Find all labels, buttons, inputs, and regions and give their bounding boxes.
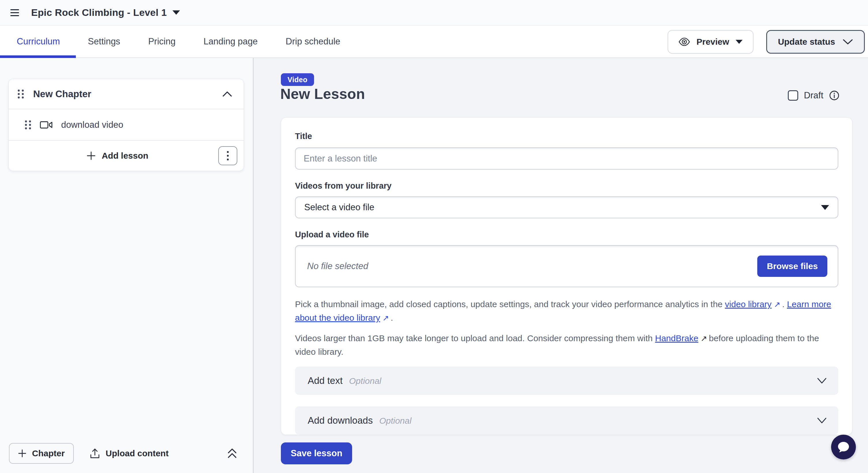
title-field-label: Title	[295, 131, 838, 141]
file-dropzone[interactable]: No file selected Browse files	[295, 245, 838, 287]
upload-field-label: Upload a video file	[295, 230, 838, 240]
add-text-section[interactable]: Add text Optional	[295, 367, 838, 395]
draft-toggle-group: Draft	[788, 90, 839, 101]
tab-landing-page[interactable]: Landing page	[204, 36, 258, 47]
select-caret-icon	[821, 205, 829, 210]
video-file-select-value: Select a video file	[304, 202, 374, 213]
tab-list: Curriculum Settings Pricing Landing page…	[0, 36, 340, 47]
hamburger-menu-icon[interactable]	[10, 9, 19, 17]
video-library-link[interactable]: video library	[725, 299, 772, 309]
save-lesson-button[interactable]: Save lesson	[281, 442, 352, 464]
optional-label: Optional	[379, 416, 411, 425]
video-library-help-text: Pick a thumbnail image, add closed capti…	[295, 297, 838, 325]
chapter-title[interactable]: New Chapter	[33, 89, 91, 99]
no-file-text: No file selected	[307, 261, 368, 272]
active-tab-underline	[0, 55, 76, 58]
plus-icon	[87, 151, 95, 160]
curriculum-sidebar: New Chapter	[0, 58, 253, 473]
tab-settings[interactable]: Settings	[88, 36, 120, 47]
update-status-button[interactable]: Update status	[766, 30, 865, 54]
lesson-form-card: Title Videos from your library Select a …	[281, 117, 852, 435]
chapter-header-row[interactable]: New Chapter	[9, 79, 244, 109]
add-chapter-button[interactable]: Chapter	[9, 443, 74, 464]
add-lesson-row: Add lesson	[9, 141, 244, 171]
plus-icon	[18, 449, 26, 458]
tab-bar-actions: Preview Update status	[668, 26, 865, 58]
tab-bar: Curriculum Settings Pricing Landing page…	[0, 26, 868, 58]
chapter-collapse-chevron-icon[interactable]	[222, 91, 232, 97]
update-status-label: Update status	[778, 37, 835, 47]
tab-drip-schedule[interactable]: Drip schedule	[286, 36, 341, 47]
compression-help-text: Videos larger than 1GB may take longer t…	[295, 332, 838, 358]
draft-checkbox[interactable]	[788, 90, 798, 101]
tab-curriculum[interactable]: Curriculum	[17, 36, 60, 47]
chapter-card: New Chapter	[8, 79, 244, 171]
upload-icon	[90, 448, 100, 459]
browse-files-button[interactable]: Browse files	[757, 256, 827, 277]
add-downloads-label: Add downloads	[308, 415, 373, 426]
draft-label: Draft	[804, 90, 823, 101]
chat-bubble-icon	[837, 441, 850, 453]
preview-button-label: Preview	[696, 37, 729, 47]
optional-label: Optional	[349, 376, 381, 386]
add-lesson-button[interactable]: Add lesson	[87, 151, 149, 161]
preview-button[interactable]: Preview	[668, 30, 753, 54]
chevron-down-icon	[843, 39, 853, 45]
lesson-editor-main: Video New Lesson Draft Title Videos from…	[254, 58, 868, 473]
handbrake-link[interactable]: HandBrake	[655, 334, 699, 343]
page-title: New Lesson	[280, 86, 365, 102]
collapse-all-chevrons-icon[interactable]	[227, 448, 237, 459]
kebab-icon	[227, 151, 229, 161]
add-text-title-group: Add text Optional	[308, 375, 381, 386]
lesson-type-badge: Video	[281, 73, 314, 86]
help-text-segment: Videos larger than 1GB may take longer t…	[295, 334, 655, 343]
external-link-icon: ↗	[774, 300, 781, 309]
drag-handle-icon[interactable]	[17, 88, 25, 100]
help-text-segment: .	[782, 299, 787, 309]
lesson-title-input[interactable]	[295, 147, 838, 169]
lesson-row-download-video[interactable]: download video	[9, 109, 244, 140]
add-chapter-label: Chapter	[32, 448, 65, 458]
add-downloads-title-group: Add downloads Optional	[308, 415, 411, 426]
external-link-icon: ↗	[382, 314, 389, 322]
help-text-segment: Pick a thumbnail image, add closed capti…	[295, 299, 725, 309]
video-camera-icon	[40, 121, 53, 129]
tab-pricing[interactable]: Pricing	[148, 36, 176, 47]
drag-handle-icon[interactable]	[24, 119, 32, 131]
chevron-down-icon	[817, 417, 827, 424]
add-downloads-section[interactable]: Add downloads Optional	[295, 406, 838, 435]
sidebar-footer: Chapter Upload content	[9, 443, 237, 464]
upload-content-button[interactable]: Upload content	[90, 448, 168, 459]
chat-widget-button[interactable]	[831, 435, 856, 460]
external-link-icon: ↗	[701, 334, 707, 343]
help-text-segment: .	[391, 313, 393, 322]
chapter-menu-button[interactable]	[218, 146, 237, 165]
lesson-label: download video	[61, 120, 123, 130]
course-dropdown-caret-icon[interactable]	[173, 10, 180, 15]
eye-icon	[679, 37, 690, 46]
preview-caret-icon	[736, 40, 743, 44]
info-icon[interactable]	[829, 90, 839, 101]
course-title[interactable]: Epic Rock Climbing - Level 1	[31, 7, 167, 18]
chevron-down-icon	[817, 378, 827, 384]
library-field-label: Videos from your library	[295, 181, 838, 191]
upload-content-label: Upload content	[105, 448, 168, 458]
add-lesson-label: Add lesson	[102, 151, 149, 161]
top-bar: Epic Rock Climbing - Level 1	[0, 0, 868, 25]
add-text-label: Add text	[308, 375, 343, 386]
video-file-select[interactable]: Select a video file	[295, 196, 838, 218]
